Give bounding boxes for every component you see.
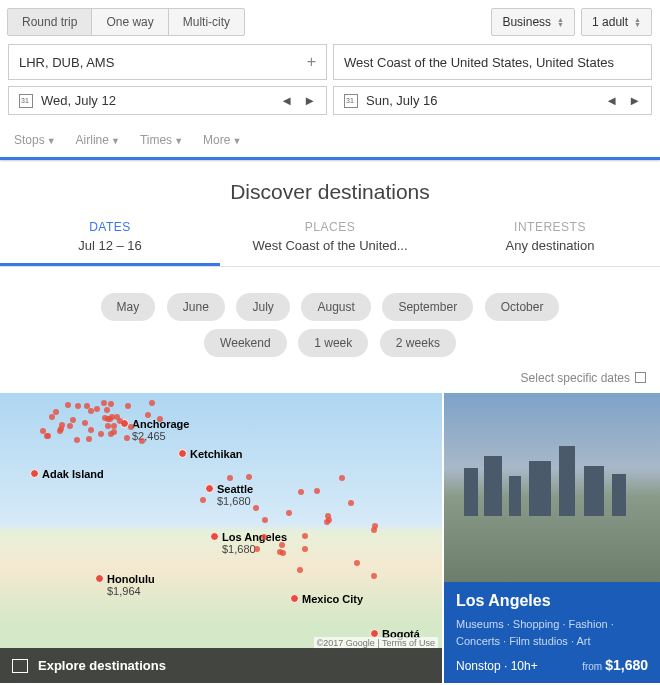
city-price: $1,964 <box>107 585 155 597</box>
filter-stops[interactable]: Stops▼ <box>14 133 56 147</box>
destination-card[interactable]: Los Angeles Museums · Shopping · Fashion… <box>442 393 660 683</box>
cabin-label: Business <box>502 15 551 29</box>
prev-depart-icon[interactable]: ◄ <box>280 93 293 108</box>
caret-icon: ▼ <box>47 136 56 146</box>
map-dot <box>70 417 76 423</box>
map-dot <box>104 407 110 413</box>
tab-value: Any destination <box>440 238 660 253</box>
tab-places[interactable]: PLACES West Coast of the United... <box>220 212 440 266</box>
map-dot <box>94 406 100 412</box>
map-dot <box>59 422 65 428</box>
filter-bar: Stops▼ Airline▼ Times▼ More▼ <box>0 123 660 157</box>
map-city-marker[interactable]: Los Angeles$1,680 <box>210 531 287 555</box>
map-city-marker[interactable]: Mexico City <box>290 593 363 605</box>
map-city-marker[interactable]: Anchorage$2,465 <box>120 418 189 442</box>
origin-input[interactable]: LHR, DUB, AMS + <box>8 44 327 80</box>
map-dot <box>354 560 360 566</box>
tab-dates[interactable]: DATES Jul 12 – 16 <box>0 212 220 266</box>
map-dot <box>128 424 134 430</box>
card-from-label: from <box>582 661 602 672</box>
caret-icon: ▼ <box>232 136 241 146</box>
prev-return-icon[interactable]: ◄ <box>605 93 618 108</box>
tab-label: PLACES <box>220 220 440 234</box>
trip-round[interactable]: Round trip <box>7 8 92 36</box>
map-dot <box>280 550 286 556</box>
chip-august[interactable]: August <box>301 293 370 321</box>
map-dot <box>371 573 377 579</box>
map-dot <box>314 488 320 494</box>
map-dot <box>53 409 59 415</box>
tab-interests[interactable]: INTERESTS Any destination <box>440 212 660 266</box>
map-dot <box>302 546 308 552</box>
map-city-marker[interactable]: Adak Island <box>30 468 104 480</box>
next-return-icon[interactable]: ► <box>628 93 641 108</box>
tab-value: Jul 12 – 16 <box>0 238 220 253</box>
depart-date-input[interactable]: Wed, July 12 ◄► <box>8 86 327 115</box>
select-specific-dates[interactable]: Select specific dates <box>0 367 660 393</box>
tab-label: INTERESTS <box>440 220 660 234</box>
explore-label: Explore destinations <box>38 658 166 673</box>
map-dot <box>125 403 131 409</box>
return-value: Sun, July 16 <box>366 93 438 108</box>
city-dot-icon <box>30 469 39 478</box>
map-dot <box>108 401 114 407</box>
chip-october[interactable]: October <box>485 293 560 321</box>
chip-september[interactable]: September <box>382 293 473 321</box>
map-dot <box>302 533 308 539</box>
caret-icon: ▼ <box>174 136 183 146</box>
map-dot <box>324 519 330 525</box>
chips-area: May June July August September October W… <box>0 267 660 367</box>
chip-1week[interactable]: 1 week <box>298 329 368 357</box>
card-title: Los Angeles <box>456 592 648 610</box>
chip-weekend[interactable]: Weekend <box>204 329 286 357</box>
map-dot <box>145 412 151 418</box>
cabin-select[interactable]: Business ▲▼ <box>491 8 575 36</box>
map-dot <box>82 420 88 426</box>
map-area[interactable]: Anchorage$2,465Adak IslandKetchikanSeatt… <box>0 393 442 683</box>
next-depart-icon[interactable]: ► <box>303 93 316 108</box>
chip-2weeks[interactable]: 2 weeks <box>380 329 456 357</box>
trip-oneway[interactable]: One way <box>91 8 168 36</box>
tab-label: DATES <box>0 220 220 234</box>
map-dot <box>298 489 304 495</box>
filter-airline[interactable]: Airline▼ <box>76 133 120 147</box>
explore-destinations-button[interactable]: Explore destinations <box>0 648 442 683</box>
chip-june[interactable]: June <box>167 293 225 321</box>
map-dot <box>371 527 377 533</box>
chip-july[interactable]: July <box>236 293 289 321</box>
city-price: $1,680 <box>217 495 253 507</box>
chip-may[interactable]: May <box>101 293 156 321</box>
map-city-marker[interactable]: Ketchikan <box>178 448 243 460</box>
caret-icon: ▼ <box>111 136 120 146</box>
map-dot <box>75 403 81 409</box>
calendar-icon <box>19 94 33 108</box>
pax-label: 1 adult <box>592 15 628 29</box>
origin-value: LHR, DUB, AMS <box>19 55 114 70</box>
city-dot-icon <box>210 532 219 541</box>
filter-times[interactable]: Times▼ <box>140 133 183 147</box>
map-dot <box>109 414 115 420</box>
add-origin-icon[interactable]: + <box>307 53 316 71</box>
trip-multicity[interactable]: Multi-city <box>168 8 245 36</box>
destination-input[interactable]: West Coast of the United States, United … <box>333 44 652 80</box>
map-dot <box>101 400 107 406</box>
passenger-select[interactable]: 1 adult ▲▼ <box>581 8 652 36</box>
calendar-icon <box>635 372 646 383</box>
calendar-icon <box>344 94 358 108</box>
trip-type-toggle: Round trip One way Multi-city <box>8 8 245 36</box>
map-icon <box>12 659 28 673</box>
filter-more[interactable]: More▼ <box>203 133 241 147</box>
map-dot <box>111 423 117 429</box>
map-dot <box>286 510 292 516</box>
map-dot <box>262 517 268 523</box>
map-dot <box>57 428 63 434</box>
map-dot <box>261 534 267 540</box>
map-dot <box>88 408 94 414</box>
return-date-input[interactable]: Sun, July 16 ◄► <box>333 86 652 115</box>
map-city-marker[interactable]: Seattle$1,680 <box>205 483 253 507</box>
map-dot <box>105 423 111 429</box>
map-dot <box>139 438 145 444</box>
map-dot <box>98 431 104 437</box>
map-city-marker[interactable]: Honolulu$1,964 <box>95 573 155 597</box>
destination-value: West Coast of the United States, United … <box>344 55 614 70</box>
